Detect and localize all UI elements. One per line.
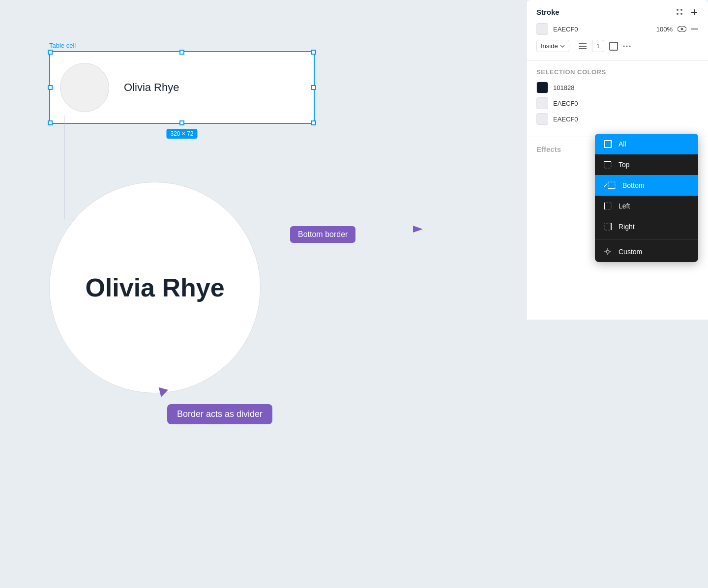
stroke-color-swatch[interactable]	[536, 23, 548, 35]
visibility-icon[interactable]	[678, 26, 686, 32]
stroke-position-dropdown-menu[interactable]: All Top ✓ Bottom	[595, 134, 698, 262]
dropdown-item-bottom[interactable]: ✓ Bottom	[595, 175, 698, 196]
stroke-section-title: Stroke	[536, 8, 560, 16]
cell-name: Olivia Rhye	[124, 81, 179, 94]
border-divider-tooltip: Border acts as divider	[167, 404, 272, 424]
stroke-width-value: 1	[596, 42, 600, 50]
left-border-icon	[603, 201, 613, 211]
table-cell-box[interactable]: Olivia Rhye	[49, 51, 315, 124]
stroke-style-icon[interactable]	[578, 43, 587, 50]
stroke-width-input[interactable]: 1	[592, 40, 604, 52]
stroke-position-label: Inside	[541, 42, 558, 50]
dropdown-item-custom[interactable]: Custom	[595, 241, 698, 262]
all-border-icon	[603, 139, 613, 149]
color-value-dark: 101828	[553, 84, 698, 91]
bottom-border-tooltip: Bottom border	[290, 226, 355, 243]
selection-colors-section: Selection colors 101828 EAECF0 EAECF0	[527, 60, 708, 137]
svg-point-4	[681, 28, 683, 30]
stroke-opacity-value: 100%	[650, 26, 673, 33]
stroke-position-dropdown[interactable]: Inside	[536, 40, 569, 52]
more-options-button[interactable]	[623, 45, 631, 47]
svg-point-10	[623, 45, 624, 47]
remove-stroke-button[interactable]	[691, 29, 698, 29]
right-border-icon	[603, 222, 613, 232]
dropdown-item-left[interactable]: Left	[595, 196, 698, 216]
svg-rect-16	[608, 182, 615, 189]
color-swatch-light2[interactable]	[536, 113, 548, 125]
avatar-circle-small	[60, 63, 109, 112]
handle-top-left[interactable]	[48, 50, 53, 55]
check-mark-icon: ✓	[603, 181, 609, 189]
color-swatch-light[interactable]	[536, 97, 548, 109]
zoom-circle: Olivia Rhye	[49, 182, 261, 393]
stroke-section-icons	[677, 8, 698, 16]
dropdown-item-custom-label: Custom	[619, 248, 642, 256]
stroke-color-row: EAECF0 100%	[536, 23, 698, 35]
handle-bottom-middle[interactable]	[179, 120, 184, 125]
handle-bottom-left[interactable]	[48, 120, 53, 125]
dropdown-item-all-label: All	[619, 140, 626, 148]
custom-border-icon	[603, 247, 613, 257]
tooltip-arrow-svg	[413, 224, 428, 235]
border-type-icon[interactable]	[609, 42, 618, 51]
svg-rect-9	[610, 42, 618, 50]
stroke-section-header: Stroke	[536, 8, 698, 16]
dropdown-item-left-label: Left	[619, 202, 630, 210]
svg-rect-13	[604, 141, 611, 147]
color-row-light2: EAECF0	[536, 113, 698, 125]
table-cell-label: Table cell	[49, 42, 315, 49]
svg-rect-18	[604, 203, 611, 209]
effects-title: Effects	[536, 145, 561, 153]
purple-cursor-icon	[156, 387, 168, 399]
stroke-color-value: EAECF0	[553, 26, 646, 33]
canvas-area: Table cell Olivia Rhye 320 × 72 Olivia R…	[0, 0, 423, 588]
dropdown-item-right[interactable]: Right	[595, 216, 698, 237]
handle-bottom-right[interactable]	[311, 120, 316, 125]
dropdown-item-all[interactable]: All	[595, 134, 698, 154]
handle-middle-right[interactable]	[311, 85, 316, 90]
svg-point-12	[629, 45, 630, 47]
color-value-light: EAECF0	[553, 100, 698, 107]
selection-colors-title: Selection colors	[536, 68, 698, 76]
handle-top-right[interactable]	[311, 50, 316, 55]
zoom-circle-container: Olivia Rhye	[49, 182, 261, 393]
zoom-name: Olivia Rhye	[85, 273, 224, 302]
dropdown-item-top[interactable]: Top	[595, 154, 698, 175]
top-border-icon	[603, 160, 613, 170]
table-cell-container: Table cell Olivia Rhye 320 × 72	[49, 42, 315, 124]
svg-point-11	[626, 45, 627, 47]
table-cell-label-text: Table cell	[49, 42, 76, 49]
color-row-dark: 101828	[536, 82, 698, 93]
svg-rect-14	[604, 161, 611, 168]
size-badge: 320 × 72	[166, 129, 197, 139]
svg-rect-20	[604, 223, 611, 230]
color-value-light2: EAECF0	[553, 116, 698, 123]
color-row-light: EAECF0	[536, 97, 698, 109]
dropdown-item-bottom-label: Bottom	[622, 181, 644, 189]
svg-point-22	[606, 250, 609, 253]
right-panel: Stroke EAECF0 100%	[526, 0, 708, 320]
dropdown-item-top-label: Top	[619, 161, 630, 169]
svg-marker-0	[413, 226, 423, 233]
handle-top-middle[interactable]	[179, 50, 184, 55]
stroke-section: Stroke EAECF0 100%	[527, 0, 708, 60]
dropdown-separator	[595, 239, 698, 239]
drag-handle-icon	[677, 9, 683, 16]
stroke-position-row: Inside 1	[536, 40, 698, 52]
color-swatch-dark[interactable]	[536, 82, 548, 93]
add-stroke-button[interactable]	[690, 8, 698, 16]
dropdown-item-right-label: Right	[619, 223, 635, 231]
handle-middle-left[interactable]	[48, 85, 53, 90]
